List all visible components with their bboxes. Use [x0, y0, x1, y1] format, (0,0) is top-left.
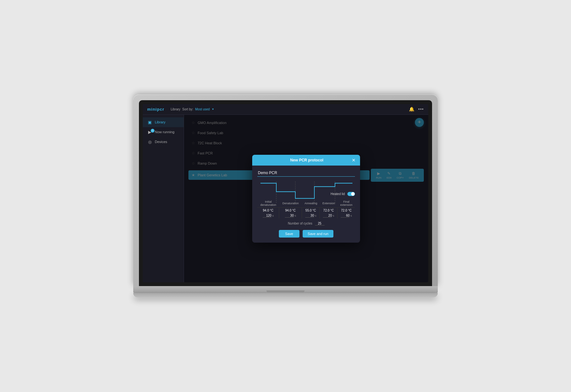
laptop-screen: minipcr Library Sort by: Most used ▼ 🔔 •…: [143, 104, 428, 283]
modal-body: Heated lid: [252, 166, 360, 243]
heated-lid-toggle[interactable]: [347, 192, 355, 196]
breadcrumb-sort: Sort by:: [182, 108, 193, 111]
content-area: + ☆ GMO Amplification ☆ Food Safety Lab: [184, 115, 428, 283]
main-layout: ▣ Library ▶ Now running 0 ◎ Devices: [143, 115, 428, 283]
laptop-shell: minipcr Library Sort by: Most used ▼ 🔔 •…: [133, 95, 438, 298]
sidebar-label-devices: Devices: [155, 140, 167, 144]
breadcrumb: Library Sort by: Most used ▼: [171, 108, 214, 111]
time-input-extension[interactable]: [323, 214, 332, 218]
laptop-bottom: [133, 293, 438, 297]
sidebar-item-devices[interactable]: ◎ Devices: [143, 137, 184, 147]
temp-initial-denaturation: 94.0 °C: [257, 208, 279, 213]
top-bar-right: 🔔 •••: [409, 107, 424, 112]
screen-bezel: minipcr Library Sort by: Most used ▼ 🔔 •…: [139, 100, 432, 286]
app: minipcr Library Sort by: Most used ▼ 🔔 •…: [143, 104, 428, 283]
save-and-run-button[interactable]: Save and run: [303, 230, 333, 238]
pcr-profile-line: [260, 183, 352, 198]
top-bar: minipcr Library Sort by: Most used ▼ 🔔 •…: [143, 104, 428, 115]
more-options-icon[interactable]: •••: [418, 107, 424, 112]
sidebar-label-now-running: Now running: [155, 130, 174, 134]
time-input-final-extension[interactable]: [341, 214, 350, 218]
time-extension[interactable]: s: [320, 213, 338, 219]
time-input-annealing[interactable]: [305, 214, 314, 218]
cycles-label: Number of cycles: [288, 222, 312, 225]
cycles-input[interactable]: [315, 222, 325, 225]
laptop-base: [133, 286, 438, 293]
sidebar: ▣ Library ▶ Now running 0 ◎ Devices: [143, 115, 184, 283]
heated-lid-row: Heated lid: [257, 192, 355, 196]
cycles-row: Number of cycles: [257, 222, 355, 225]
close-icon[interactable]: ✕: [352, 158, 356, 162]
time-input-initial-denaturation[interactable]: [263, 214, 272, 218]
laptop-lid: minipcr Library Sort by: Most used ▼ 🔔 •…: [133, 95, 438, 286]
app-logo: minipcr: [147, 107, 164, 112]
time-denaturation[interactable]: s: [279, 213, 302, 219]
new-pcr-protocol-modal: New PCR protocol ✕: [252, 155, 360, 243]
time-initial-denaturation[interactable]: s: [257, 213, 279, 219]
heated-lid-label: Heated lid: [331, 192, 345, 196]
save-button[interactable]: Save: [279, 230, 299, 238]
unit-initial-denaturation: s: [272, 214, 274, 217]
sidebar-label-library: Library: [155, 120, 166, 124]
laptop-notch: [266, 291, 305, 293]
unit-annealing: s: [315, 214, 317, 217]
temp-extension: 72.0 °C: [320, 208, 338, 213]
sidebar-item-library[interactable]: ▣ Library: [143, 117, 184, 127]
modal-header: New PCR protocol ✕: [252, 155, 360, 166]
temp-annealing: 55.0 °C: [302, 208, 320, 213]
protocol-name-input[interactable]: [257, 169, 355, 177]
sort-value[interactable]: Most used: [195, 108, 210, 111]
sort-arrow-icon: ▼: [212, 108, 214, 111]
time-final-extension[interactable]: s: [338, 213, 355, 219]
sidebar-item-now-running[interactable]: ▶ Now running 0: [143, 127, 184, 137]
temp-final-extension: 72.0 °C: [338, 208, 355, 213]
unit-denaturation: s: [295, 214, 296, 217]
running-badge: 0: [151, 129, 154, 133]
temp-denaturation: 94.0 °C: [279, 208, 302, 213]
time-annealing[interactable]: s: [302, 213, 320, 219]
breadcrumb-library: Library: [171, 108, 180, 111]
toggle-dot: [351, 192, 355, 196]
library-icon: ▣: [147, 120, 152, 125]
devices-icon: ◎: [147, 140, 152, 144]
unit-final-extension: s: [351, 214, 352, 217]
time-input-denaturation[interactable]: [285, 214, 294, 218]
modal-buttons: Save Save and run: [257, 230, 355, 239]
bell-icon[interactable]: 🔔: [409, 107, 414, 112]
modal-title: New PCR protocol: [262, 158, 352, 162]
unit-extension: s: [333, 214, 334, 217]
modal-overlay: New PCR protocol ✕: [184, 115, 428, 283]
